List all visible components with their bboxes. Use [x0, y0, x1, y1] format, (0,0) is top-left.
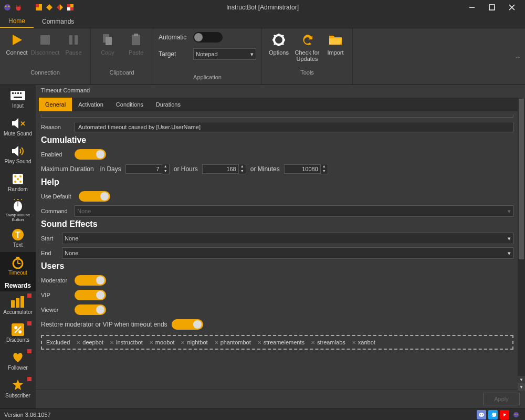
- vip-label: VIP: [41, 292, 70, 298]
- sound-header: Sound Effects: [41, 219, 513, 229]
- minutes-spinner[interactable]: ▲▼: [284, 164, 328, 174]
- hours-spinner[interactable]: ▲▼: [202, 164, 246, 174]
- collapse-ribbon-icon[interactable]: ︿: [516, 53, 521, 60]
- enabled-toggle[interactable]: [75, 149, 106, 160]
- remove-tag-icon[interactable]: ✕: [352, 340, 356, 345]
- star-icon: [10, 379, 25, 392]
- restore-toggle[interactable]: [172, 319, 203, 330]
- svg-text:✕: ✕: [20, 120, 25, 128]
- import-button[interactable]: Import: [322, 29, 349, 67]
- restore-label: Restore moderator or VIP when timeout en…: [41, 321, 167, 328]
- sidebar-item-discounts[interactable]: Discounts: [0, 319, 36, 347]
- svg-rect-51: [11, 300, 15, 308]
- sidebar-item-accumulator[interactable]: Accumulator: [0, 291, 36, 319]
- excluded-tag[interactable]: ✕streamelements: [257, 339, 304, 345]
- heart-icon: [10, 351, 25, 364]
- close-button[interactable]: [502, 0, 522, 15]
- command-select[interactable]: None▾: [75, 205, 513, 217]
- svg-point-39: [19, 175, 22, 177]
- scroll-down-icon[interactable]: ▼: [518, 376, 525, 383]
- excluded-tag[interactable]: ✕nightbot: [181, 339, 207, 345]
- excluded-tag[interactable]: ✕streamlabs: [311, 339, 345, 345]
- excluded-box[interactable]: Excluded ✕deepbot✕instructbot✕moobot✕nig…: [41, 335, 513, 350]
- connect-button[interactable]: Connect: [3, 29, 30, 67]
- qa-icon-3[interactable]: [56, 3, 64, 12]
- svg-rect-13: [40, 35, 50, 45]
- target-label: Target: [159, 50, 187, 58]
- qa-icon-4[interactable]: [66, 3, 75, 12]
- tab-commands[interactable]: Commands: [34, 15, 82, 28]
- svg-point-55: [14, 326, 17, 329]
- subtab-conditions[interactable]: Conditions: [110, 98, 150, 111]
- subtabs: General Activation Conditions Durations: [39, 98, 522, 111]
- start-label: Start: [41, 235, 58, 242]
- badge-icon: [27, 377, 32, 381]
- svg-point-40: [17, 178, 19, 180]
- sidebar-item-subscriber[interactable]: Subscriber: [0, 375, 36, 403]
- sidebar-header-rewards: Rewards: [0, 280, 36, 291]
- copy-button: Copy: [94, 29, 121, 67]
- remove-tag-icon[interactable]: ✕: [311, 340, 315, 345]
- subtab-general[interactable]: General: [39, 98, 72, 111]
- remove-tag-icon[interactable]: ✕: [76, 340, 80, 345]
- scroll-down-icon[interactable]: ▼: [518, 383, 525, 391]
- sidebar-item-follower[interactable]: Follower: [0, 347, 36, 375]
- play-icon: [8, 32, 25, 48]
- badge-icon: [27, 349, 32, 353]
- remove-tag-icon[interactable]: ✕: [110, 340, 114, 345]
- check-updates-button[interactable]: Check for Updates: [293, 29, 321, 67]
- tab-home[interactable]: Home: [0, 15, 34, 28]
- ribbon: Connect Disconnect Pause Connection Copy…: [0, 28, 525, 85]
- refresh-icon: [299, 32, 316, 48]
- minimize-button[interactable]: [462, 0, 482, 15]
- remove-tag-icon[interactable]: ✕: [257, 340, 261, 345]
- excluded-tag[interactable]: ✕phantombot: [214, 339, 251, 345]
- use-default-toggle[interactable]: [79, 191, 110, 202]
- sidebar-item-mute-sound[interactable]: ✕ Mute Sound: [0, 113, 36, 141]
- vip-toggle[interactable]: [75, 290, 106, 300]
- options-button[interactable]: Options: [265, 29, 292, 67]
- chevron-down-icon: ▾: [250, 51, 254, 58]
- subtab-activation[interactable]: Activation: [72, 98, 110, 111]
- remove-tag-icon[interactable]: ✕: [149, 340, 153, 345]
- twitter-icon[interactable]: [488, 410, 498, 419]
- excluded-tag[interactable]: ✕moobot: [149, 339, 175, 345]
- qa-icon-1[interactable]: [35, 3, 43, 12]
- qa-icon-2[interactable]: [45, 3, 54, 12]
- youtube-icon[interactable]: [500, 410, 509, 419]
- in-days-label: in Days: [100, 165, 121, 173]
- moderator-toggle[interactable]: [75, 275, 106, 286]
- subtab-durations[interactable]: Durations: [150, 98, 187, 111]
- scroll-thumb[interactable]: [519, 99, 524, 259]
- automatic-toggle[interactable]: [193, 32, 223, 43]
- days-spinner[interactable]: ▲▼: [125, 164, 170, 174]
- sidebar-item-timeout[interactable]: Timeout: [0, 252, 36, 280]
- start-select[interactable]: None▾: [62, 233, 513, 244]
- target-select[interactable]: Notepad▾: [193, 48, 256, 60]
- excluded-tag[interactable]: ✕deepbot: [76, 339, 103, 345]
- excluded-tag[interactable]: ✕xanbot: [352, 339, 375, 345]
- svg-point-63: [514, 414, 516, 415]
- command-label: Command: [41, 208, 70, 214]
- svg-rect-31: [12, 92, 14, 94]
- sidebar-item-swap-mouse[interactable]: Swap Mouse Button: [0, 196, 36, 224]
- sidebar-item-play-sound[interactable]: Play Sound: [0, 141, 36, 169]
- svg-rect-10: [489, 5, 495, 10]
- end-select[interactable]: None▾: [62, 247, 513, 259]
- sidebar-item-input[interactable]: Input: [0, 85, 36, 113]
- svg-line-27: [282, 43, 284, 45]
- discord-icon[interactable]: [477, 410, 486, 419]
- text-icon: T: [10, 228, 25, 241]
- sidebar-item-text[interactable]: T Text: [0, 224, 36, 252]
- reason-input[interactable]: [75, 122, 513, 132]
- viewer-toggle[interactable]: [75, 304, 106, 315]
- remove-tag-icon[interactable]: ✕: [214, 340, 218, 345]
- remove-tag-icon[interactable]: ✕: [181, 340, 185, 345]
- sidebar-item-random[interactable]: Random: [0, 169, 36, 196]
- excluded-tag[interactable]: ✕instructbot: [110, 339, 143, 345]
- bot-icon[interactable]: [511, 410, 521, 419]
- apply-button[interactable]: Apply: [483, 393, 520, 405]
- pause-icon: [65, 32, 82, 48]
- vertical-scrollbar[interactable]: ▼ ▼: [518, 99, 525, 391]
- maximize-button[interactable]: [482, 0, 502, 15]
